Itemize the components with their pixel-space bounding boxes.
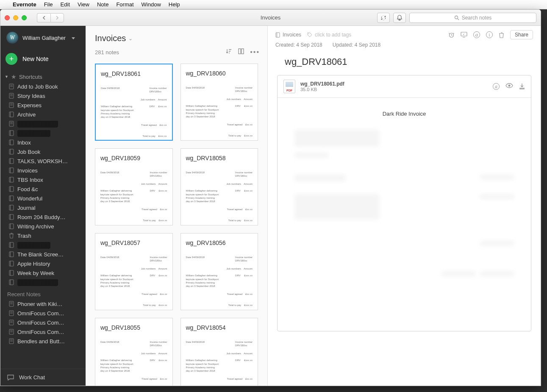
notebook-title-text: Invoices [95, 33, 126, 43]
delete-button[interactable] [499, 32, 504, 38]
menu-edit[interactable]: Edit [61, 1, 70, 8]
sidebar-item[interactable]: Add to Job Book [0, 82, 86, 91]
note-card-title: wg_DRV18061 [101, 70, 167, 77]
sort-button[interactable] [225, 48, 232, 56]
svg-rect-11 [9, 112, 14, 117]
note-card[interactable]: wg_DRV18060Date 04/09/2018Invoice number… [180, 64, 258, 141]
note-card[interactable]: wg_DRV18054Date 04/09/2018Invoice number… [180, 318, 258, 386]
note-card[interactable]: wg_DRV18059Date 04/09/2018Invoice number… [95, 148, 173, 225]
sidebar-item[interactable]: The Blank Scree… [0, 250, 86, 259]
svg-rect-18 [9, 140, 14, 145]
menu-help[interactable]: Help [169, 1, 180, 8]
attachment-name[interactable]: wg_DRV18061.pdf [300, 81, 344, 87]
tags-field[interactable]: click to add tags [307, 32, 351, 38]
more-options-button[interactable]: ••• [250, 48, 260, 56]
note-card[interactable]: wg_DRV18057Date 04/09/2018Invoice number… [95, 233, 173, 310]
sidebar-item[interactable]: Trash [0, 231, 86, 240]
window-titlebar: Invoices Search notes [0, 10, 541, 26]
notebook-crumb[interactable]: Invoices [275, 32, 301, 38]
svg-rect-28 [9, 186, 14, 192]
note-card[interactable]: wg_DRV18061Date 04/09/2018Invoice number… [95, 64, 173, 141]
menu-file[interactable]: File [44, 1, 53, 8]
note-card-preview: Date 04/09/2018Invoice numberDRV180xxJob… [100, 171, 167, 222]
svg-rect-16 [9, 131, 14, 136]
sidebar-item[interactable]: OmniFocus Com… [0, 327, 86, 336]
sidebar-item[interactable]: ██████████ [0, 278, 86, 287]
note-title[interactable]: wg_DRV18061 [268, 54, 541, 75]
back-button[interactable] [37, 13, 50, 22]
note-card[interactable]: wg_DRV18055Date 04/09/2018Invoice number… [95, 318, 173, 386]
sidebar-item[interactable]: ██████████ [0, 119, 86, 128]
reminder-button[interactable] [448, 32, 455, 38]
preview-attachment-button[interactable] [505, 83, 513, 90]
sidebar-item[interactable]: OmniFocus Com… [0, 309, 86, 318]
window-close-button[interactable] [5, 15, 10, 20]
menu-view[interactable]: View [78, 1, 89, 8]
sidebar-item[interactable]: Story Ideas [0, 91, 86, 100]
notebook-title[interactable]: Invoices ⌄ [95, 33, 258, 43]
notebook-icon [9, 186, 15, 192]
sidebar-item-label: OmniFocus Com… [17, 320, 64, 326]
sidebar-item[interactable]: ████████ [0, 240, 86, 250]
account-switcher[interactable]: W William Gallagher [0, 26, 86, 50]
updated-date: Updated: 4 Sep 2018 [333, 42, 380, 48]
work-chat-button[interactable]: Work Chat [0, 369, 86, 386]
sidebar-item-label: Bendles and Butt… [17, 338, 65, 345]
sidebar-item[interactable]: Wonderful [0, 194, 86, 203]
notebook-icon [9, 139, 15, 145]
sync-button[interactable] [377, 13, 390, 23]
note-card[interactable]: wg_DRV18058Date 04/09/2018Invoice number… [180, 148, 258, 225]
sidebar-item[interactable]: Food &c [0, 184, 86, 194]
notebook-icon [9, 223, 15, 229]
note-card-preview: Date 04/09/2018Invoice numberDRV180xxJob… [186, 86, 253, 138]
sidebar-item[interactable]: Archive [0, 110, 86, 119]
forward-button[interactable] [50, 13, 64, 22]
sidebar-item[interactable]: Room 204 Buddy… [0, 212, 86, 222]
sidebar-item-label: Journal [17, 205, 36, 211]
annotate-button[interactable]: a [473, 31, 480, 38]
sidebar-item[interactable]: OmniFocus Com… [0, 318, 86, 327]
sidebar-item[interactable]: Phoner with Kiki… [0, 299, 86, 309]
sidebar-item[interactable]: Bendles and Butt… [0, 336, 86, 346]
sidebar-item[interactable]: Expenses [0, 100, 86, 110]
sidebar-item[interactable]: Apple History [0, 259, 86, 268]
sidebar-item-label: Expenses [17, 102, 42, 108]
sidebar-item[interactable]: Journal [0, 203, 86, 212]
sidebar-item[interactable]: TALKS, WORKSH… [0, 156, 86, 166]
search-input[interactable]: Search notes [409, 13, 536, 23]
shortcuts-header[interactable]: ▼ ★ Shortcuts [0, 72, 86, 82]
note-card[interactable]: wg_DRV18056Date 04/09/2018Invoice number… [180, 233, 258, 310]
sidebar-item[interactable]: Job Book [0, 147, 86, 156]
sidebar-item[interactable]: Week by Week [0, 268, 86, 278]
sidebar-item[interactable]: ████████ [0, 128, 86, 138]
sidebar-item[interactable]: Inbox [0, 138, 86, 147]
sidebar-item-label: Story Ideas [17, 93, 45, 99]
download-attachment-button[interactable] [519, 83, 525, 90]
svg-rect-22 [9, 158, 14, 164]
note-card-preview: Date 04/09/2018Invoice numberDRV180xxJob… [101, 86, 167, 138]
menu-format[interactable]: Format [116, 1, 133, 8]
sidebar-item[interactable]: Invoices [0, 166, 86, 175]
sidebar-item[interactable]: Writing Archive [0, 222, 86, 231]
menu-note[interactable]: Note [97, 1, 108, 8]
activity-button[interactable] [393, 13, 406, 23]
app-menu[interactable]: Evernote [13, 1, 36, 8]
share-button[interactable]: Share [510, 30, 533, 39]
new-note-button[interactable]: + New Note [0, 50, 86, 72]
annotate-attachment-button[interactable]: a [493, 83, 500, 90]
chat-icon [7, 375, 14, 381]
invoice-title: Dark Ride Invoice [294, 111, 514, 117]
present-button[interactable] [461, 32, 467, 38]
notebook-icon [9, 205, 15, 211]
view-toggle-button[interactable] [238, 48, 244, 56]
notebook-icon [9, 177, 15, 183]
window-minimize-button[interactable] [13, 15, 18, 20]
sidebar-item[interactable]: TBS Inbox [0, 175, 86, 184]
new-note-label: New Note [22, 56, 48, 62]
info-button[interactable]: i [486, 31, 493, 38]
sidebar-item-label: TBS Inbox [17, 177, 43, 183]
sidebar-item-label: The Blank Scree… [17, 251, 64, 258]
menu-window[interactable]: Window [142, 1, 161, 8]
note-card-title: wg_DRV18054 [186, 324, 253, 331]
window-zoom-button[interactable] [22, 15, 27, 20]
